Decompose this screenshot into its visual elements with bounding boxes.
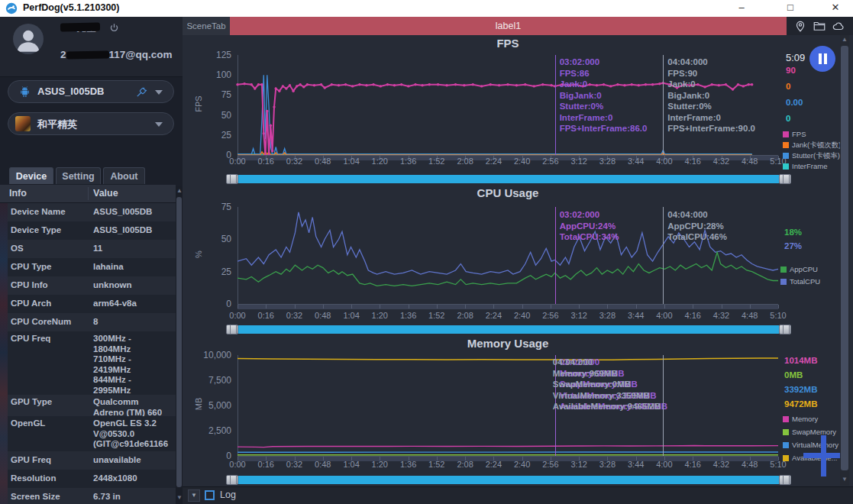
marker-annotation: 04:04:000AppCPU:28%TotalCPU:46% [667, 209, 727, 243]
series-point [250, 83, 253, 86]
x-axis-tick [522, 305, 523, 309]
current-value: 0 [786, 114, 790, 123]
android-icon [18, 86, 31, 99]
annotation-line: InterFrame:0 [667, 112, 755, 124]
x-axis-tick [607, 305, 608, 309]
annotation-line: SwapMemory:0MB [553, 379, 661, 390]
email-redaction [66, 51, 108, 60]
slider-handle-right[interactable] [779, 325, 791, 334]
series-point [386, 83, 389, 86]
legend-swatch [780, 279, 787, 285]
series-point [236, 83, 238, 86]
content-scrollbar-thumb[interactable] [841, 46, 848, 470]
current-value: 90 [786, 66, 796, 75]
info-label: GPU Type [11, 397, 52, 406]
slider-track[interactable] [238, 476, 779, 484]
tab-about[interactable]: About [103, 167, 145, 184]
tab-label1[interactable]: label1 [230, 17, 787, 35]
table-row: OpenGLOpenGL ES 3.2 V@0530.0 (GIT@c91de6… [8, 416, 176, 451]
series-point [324, 86, 326, 89]
info-label: CPU Freq [11, 334, 50, 343]
series-point [278, 90, 280, 92]
chart-title: CPU Usage [237, 186, 778, 199]
slider-handle-left[interactable] [226, 174, 238, 184]
slider-track[interactable] [238, 325, 779, 334]
usb-connected-icon [135, 86, 148, 99]
app-select[interactable]: 和平精英 [8, 112, 174, 135]
series-point [515, 84, 518, 86]
current-time: 5:09 [786, 52, 805, 63]
scroll-down-icon[interactable]: ▼ [842, 477, 848, 483]
tab-setting[interactable]: Setting [56, 167, 101, 184]
annotation-line: 03:02:000 [560, 209, 619, 221]
series-point [275, 87, 277, 89]
x-tick-label: 5:10 [761, 311, 795, 320]
series-point [260, 83, 263, 86]
minimize-button[interactable]: – [724, 0, 759, 17]
avatar[interactable] [13, 24, 44, 54]
info-value: ASUS_I005DB [93, 225, 152, 236]
marker-annotation: 03:02:000AppCPU:24%TotalCPU:34% [560, 209, 619, 243]
series-point [351, 85, 354, 87]
table-row: Device NameASUS_I005DB [8, 203, 176, 221]
series-point [428, 83, 431, 86]
series-AvailableMemory [237, 358, 778, 360]
annotation-line: AvailableMemory:9465MB [553, 401, 661, 412]
device-select[interactable]: ASUS_I005DB [8, 80, 174, 103]
slider-handle-right[interactable] [779, 475, 791, 485]
series-point [365, 84, 367, 86]
slider-handle-right[interactable] [779, 174, 791, 184]
slider-track[interactable] [238, 175, 779, 183]
legend-swatch [783, 163, 789, 170]
annotation-line: AppCPU:24% [560, 221, 619, 232]
series-point [263, 132, 265, 134]
legend-label: AppCPU [790, 265, 818, 273]
close-button[interactable]: ✕ [818, 0, 853, 17]
current-value: 1014MB [784, 356, 817, 365]
time-range-slider[interactable] [226, 174, 791, 184]
collapse-panel-button[interactable]: ▼ [188, 489, 200, 502]
y-tick-label: 10,000 [199, 350, 231, 360]
scroll-up-icon[interactable]: ▲ [176, 188, 183, 194]
x-axis-tick [465, 305, 466, 309]
table-scrollbar[interactable]: ▲ ▼ [176, 186, 183, 504]
pause-button[interactable] [809, 46, 835, 72]
folder-icon[interactable] [813, 19, 826, 33]
series-point [437, 83, 439, 86]
table-row: CPU Typelahaina [8, 258, 176, 276]
table-scrollbar-thumb[interactable] [176, 197, 182, 487]
sidebar: 先生 2117@qq.com ASUS_I005DB 和平精英 [0, 17, 183, 504]
annotation-line: Jank:0 [667, 79, 755, 90]
annotation-line: BigJank:0 [667, 90, 755, 102]
scene-tab-header: SceneTab [183, 17, 230, 35]
series-point [306, 83, 309, 86]
series-AppCPU [237, 252, 778, 286]
series-point [296, 85, 298, 87]
tab-device[interactable]: Device [9, 167, 53, 184]
log-checkbox[interactable] [205, 490, 215, 500]
scroll-down-icon[interactable]: ▼ [176, 495, 183, 501]
time-range-slider[interactable] [226, 475, 791, 485]
location-pin-icon[interactable] [793, 19, 807, 33]
scroll-up-icon[interactable]: ▲ [842, 37, 848, 43]
slider-handle-left[interactable] [226, 325, 238, 334]
info-label: OpenGL [11, 418, 45, 428]
info-table-header: Info Value [0, 185, 176, 203]
time-range-slider[interactable] [226, 325, 791, 334]
series-point [302, 86, 305, 88]
y-tick-label: 50 [199, 234, 231, 244]
y-tick-label: 2,500 [199, 425, 231, 436]
x-axis-tick [266, 305, 267, 309]
x-axis-tick [636, 305, 637, 309]
maximize-button[interactable]: □ [773, 0, 808, 17]
cloud-icon[interactable] [832, 19, 845, 33]
x-axis-tick [237, 305, 238, 309]
power-logout-icon[interactable] [109, 23, 119, 33]
series-point [299, 83, 302, 86]
slider-handle-left[interactable] [226, 475, 238, 485]
info-label: CPU CoreNum [11, 317, 71, 326]
series-point [243, 82, 245, 85]
series-point [338, 84, 340, 86]
legend-swatch [783, 416, 789, 422]
x-axis-tick [409, 305, 409, 309]
